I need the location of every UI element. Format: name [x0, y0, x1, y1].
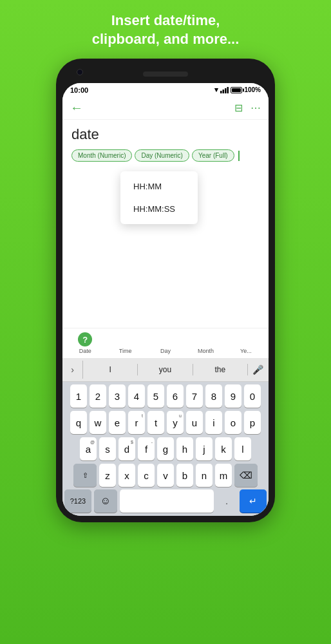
phone-speaker: [143, 71, 188, 77]
back-button[interactable]: ←: [70, 100, 83, 115]
key-e[interactable]: e: [109, 411, 126, 434]
key-x[interactable]: x: [118, 464, 135, 487]
expand-suggestions[interactable]: ›: [62, 361, 83, 379]
key-n[interactable]: n: [196, 464, 213, 487]
toolbar: ← ⊟ ⋯: [62, 97, 269, 120]
key-p[interactable]: p: [244, 411, 261, 434]
key-7[interactable]: 7: [186, 384, 203, 408]
chip-day[interactable]: Day (Numeric): [135, 149, 189, 162]
key-k[interactable]: k: [215, 437, 232, 460]
key-w[interactable]: w: [90, 411, 106, 434]
more-icon[interactable]: ⋯: [251, 102, 261, 114]
key-j[interactable]: j: [196, 437, 213, 460]
key-l[interactable]: l: [234, 437, 251, 460]
asdf-row: a@ s d$ f- g h j k l: [64, 437, 267, 460]
key-z[interactable]: z: [99, 464, 116, 487]
tab-year-label: Ye...: [240, 348, 252, 354]
key-3[interactable]: 3: [109, 384, 126, 408]
tab-date[interactable]: ? Date: [65, 332, 105, 354]
bottom-tab-bar: ? Date Time Day Month Ye...: [62, 328, 269, 358]
tab-month[interactable]: Month: [185, 332, 225, 354]
key-6[interactable]: 6: [167, 384, 184, 408]
content-area: date Month (Numeric) Day (Numeric) Year …: [62, 120, 269, 328]
phone-screen: 10:00 ▾ 100% ←: [62, 83, 269, 516]
toolbar-right: ⊟ ⋯: [234, 102, 261, 114]
delete-key[interactable]: ⌫: [234, 464, 258, 487]
tab-year[interactable]: Ye...: [226, 332, 266, 354]
keyboard-area: › I you the 🎤 1 2 3 4 5 6: [62, 358, 269, 516]
status-icons: ▾ 100%: [214, 86, 261, 94]
chip-month[interactable]: Month (Numeric): [71, 149, 132, 162]
dropdown-popup: HH:MM HH:MM:SS: [120, 171, 198, 224]
status-bar: 10:00 ▾ 100%: [62, 83, 269, 97]
key-h[interactable]: h: [176, 437, 193, 460]
key-d[interactable]: d$: [118, 437, 135, 460]
header-title: Insert date/time,clipboard, and more...: [73, 12, 259, 48]
space-key[interactable]: [120, 489, 214, 513]
wifi-icon: ▾: [214, 86, 218, 94]
tab-date-label: Date: [79, 348, 91, 354]
tab-month-label: Month: [198, 348, 214, 354]
battery-percentage: 100%: [244, 86, 261, 93]
svg-rect-2: [225, 88, 227, 93]
chips-row: Month (Numeric) Day (Numeric) Year (Full…: [71, 149, 260, 162]
emoji-key[interactable]: ☺: [94, 489, 117, 513]
key-b[interactable]: b: [176, 464, 193, 487]
key-a[interactable]: a@: [80, 437, 97, 460]
svg-rect-0: [220, 91, 222, 93]
key-rows: 1 2 3 4 5 6 7 8 9 0 q w: [62, 382, 269, 489]
key-m[interactable]: m: [215, 464, 232, 487]
key-5[interactable]: 5: [147, 384, 164, 408]
suggestion-the[interactable]: the: [193, 364, 248, 375]
tab-day[interactable]: Day: [146, 332, 185, 354]
numbers-key[interactable]: ?123: [64, 489, 91, 513]
enter-key[interactable]: ↵: [240, 489, 267, 513]
shift-key[interactable]: ⇧: [73, 464, 97, 487]
dropdown-item-hhmmss[interactable]: HH:MM:SS: [120, 198, 198, 220]
chip-year[interactable]: Year (Full): [192, 149, 234, 162]
suggestion-i[interactable]: I: [83, 364, 138, 375]
key-o[interactable]: o: [225, 411, 241, 434]
key-9[interactable]: 9: [225, 384, 241, 408]
template-name: date: [71, 126, 260, 143]
key-f[interactable]: f-: [138, 437, 155, 460]
qwerty-row: q w e rt t yu u i o p: [64, 411, 267, 434]
text-cursor: [238, 151, 240, 161]
key-v[interactable]: v: [157, 464, 174, 487]
tab-time-label: Time: [119, 348, 132, 354]
suggestions-row: › I you the 🎤: [62, 358, 269, 382]
suggestion-you[interactable]: you: [138, 364, 193, 375]
key-g[interactable]: g: [157, 437, 174, 460]
filter-icon[interactable]: ⊟: [234, 102, 243, 114]
key-c[interactable]: c: [138, 464, 155, 487]
key-1[interactable]: 1: [70, 384, 87, 408]
phone-frame: 10:00 ▾ 100% ←: [56, 59, 275, 522]
zxcv-row: ⇧ z x c v b n m ⌫: [64, 464, 267, 487]
svg-rect-3: [227, 87, 229, 93]
key-0[interactable]: 0: [244, 384, 261, 408]
battery-icon: [231, 87, 242, 93]
phone-notch: [62, 65, 269, 83]
key-8[interactable]: 8: [205, 384, 222, 408]
key-u[interactable]: u: [186, 411, 203, 434]
mic-button[interactable]: 🎤: [248, 361, 269, 379]
svg-rect-1: [223, 90, 225, 93]
tab-time[interactable]: Time: [105, 332, 145, 354]
outer-background: Insert date/time,clipboard, and more... …: [0, 0, 331, 644]
tab-day-label: Day: [160, 348, 171, 354]
status-time: 10:00: [70, 86, 88, 94]
period-key[interactable]: .: [216, 489, 237, 513]
key-t[interactable]: t: [147, 411, 164, 434]
key-2[interactable]: 2: [90, 384, 106, 408]
dropdown-item-hhmm[interactable]: HH:MM: [120, 175, 198, 198]
key-s[interactable]: s: [99, 437, 116, 460]
number-row: 1 2 3 4 5 6 7 8 9 0: [64, 384, 267, 408]
signal-icon: [220, 87, 229, 93]
key-y[interactable]: yu: [167, 411, 184, 434]
key-r[interactable]: rt: [128, 411, 145, 434]
bottom-key-row: ?123 ☺ . ↵: [62, 489, 269, 516]
key-i[interactable]: i: [205, 411, 222, 434]
key-4[interactable]: 4: [128, 384, 145, 408]
key-q[interactable]: q: [70, 411, 87, 434]
phone-camera: [77, 69, 83, 75]
